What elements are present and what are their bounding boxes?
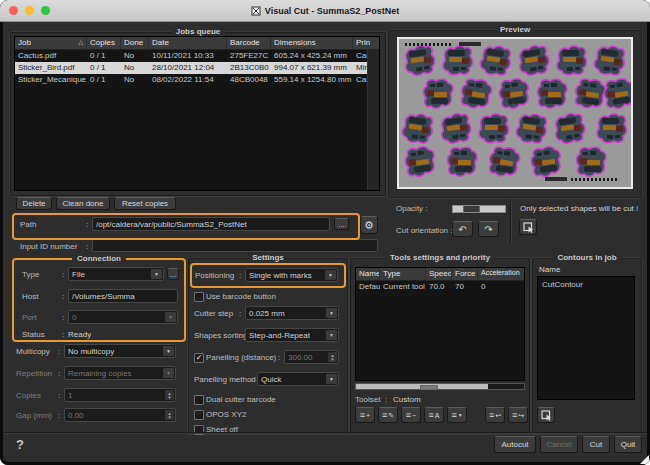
connection-type-browse-button[interactable]: ... [167, 268, 179, 280]
rotate-ccw-button[interactable]: ↶ [452, 221, 473, 237]
connection-port-label: Port [22, 313, 37, 322]
sticker-bird[interactable] [537, 79, 567, 108]
sort-order-button[interactable]: ≡▼ [447, 407, 467, 423]
jobs-col-copies[interactable]: Copies [87, 37, 121, 49]
sticker-bird[interactable] [515, 112, 548, 145]
colon: : [239, 331, 241, 340]
chevron-down-icon[interactable]: ▼ [326, 308, 337, 318]
registration-mark [437, 43, 439, 46]
remove-tool-button[interactable]: ≡− [401, 407, 421, 423]
sticker-bird[interactable] [574, 77, 607, 110]
repetition-dropdown: Remaining copies▼ [64, 366, 176, 380]
clean-done-button[interactable]: Clean done [56, 197, 110, 210]
list-item[interactable]: CutContour [538, 277, 634, 292]
preview-title: Preview [495, 25, 535, 34]
rotate-cw-button[interactable]: ↷ [478, 221, 499, 237]
sticker-bird[interactable] [404, 145, 437, 178]
edit-tool-button[interactable]: ≡✎ [378, 407, 398, 423]
list-icon: ≡ [489, 411, 494, 420]
jobs-col-barcode[interactable]: Barcode [227, 37, 271, 49]
use-barcode-label: Use barcode button [206, 292, 276, 301]
hscrollbar-handle[interactable] [420, 385, 438, 390]
add-tool-button[interactable]: ≡+ [355, 407, 375, 423]
tools-table: Name Type Speed Force Acceleration Defau… [355, 267, 525, 381]
chevron-down-icon[interactable]: ▼ [326, 374, 337, 384]
cutter-step-dropdown[interactable]: 0.025 mm▼ [245, 306, 339, 320]
sticker-bird[interactable] [488, 145, 521, 178]
tools-col-speed[interactable]: Speed [426, 268, 452, 280]
panelling-checkbox[interactable]: ✓ [194, 353, 204, 363]
chevron-down-icon[interactable]: ▼ [326, 330, 337, 340]
multicopy-dropdown[interactable]: No multicopy▼ [64, 344, 176, 358]
sticker-bird[interactable] [557, 46, 587, 75]
sticker-bird[interactable] [460, 77, 493, 110]
tools-table-hscrollbar[interactable] [355, 383, 525, 390]
gap-value: 0.00 [68, 411, 84, 420]
tool-row[interactable]: Default Current tool 70.0 70 0 [356, 281, 524, 292]
connection-host-input[interactable] [68, 289, 178, 303]
resize-grip[interactable] [640, 455, 649, 464]
sticker-bird[interactable] [593, 44, 626, 77]
sticker-bird[interactable] [443, 46, 473, 75]
cut-button[interactable]: Cut [582, 436, 610, 453]
export-toolset-button[interactable]: ≡↪ [508, 407, 528, 423]
table-row[interactable]: Cactus.pdf 0 / 1 No 10/11/2021 10:33 275… [15, 50, 379, 62]
tools-col-name[interactable]: Name [356, 268, 380, 280]
toolset-value: Custom [393, 395, 421, 404]
opacity-slider[interactable] [452, 205, 506, 213]
registration-mark [607, 178, 609, 181]
input-id-field[interactable] [92, 239, 378, 252]
tools-col-force[interactable]: Force [452, 268, 478, 280]
sticker-bird[interactable] [479, 114, 509, 143]
preview-canvas[interactable] [399, 39, 631, 187]
sort-alpha-button[interactable]: ≡A [424, 407, 444, 423]
jobs-col-date[interactable]: Date [149, 37, 227, 49]
tools-col-acceleration[interactable]: Acceleration [478, 268, 524, 280]
reset-copies-button[interactable]: Reset copies [114, 197, 176, 210]
visual-cut-window: Visual Cut - SummaS2_PostNet Jobs queue … [0, 0, 650, 465]
quit-button[interactable]: Quit [614, 436, 642, 453]
opos-checkbox[interactable] [194, 410, 204, 420]
table-row[interactable]: Sticker_Mecanique.pdf 0 / 1 No 08/02/202… [15, 74, 379, 86]
sticker-bird[interactable] [447, 147, 477, 176]
sticker-bird[interactable] [597, 114, 627, 143]
opacity-slider-handle[interactable] [463, 206, 480, 212]
chevron-down-icon[interactable]: ▼ [151, 269, 162, 279]
connection-type-dropdown[interactable]: File▼ [68, 267, 164, 281]
sticker-bird[interactable] [553, 112, 586, 145]
sticker-bird[interactable] [423, 79, 453, 108]
panelling-method-dropdown[interactable]: Quick▼ [257, 372, 339, 386]
jobs-col-done[interactable]: Done [121, 37, 149, 49]
help-button[interactable]: ? [16, 437, 24, 452]
list-icon: ≡ [429, 411, 434, 420]
use-barcode-checkbox[interactable] [194, 292, 204, 302]
registration-mark [591, 178, 593, 181]
cell-dimensions: 559.14 x 1254.80 mm [271, 74, 353, 86]
select-contour-button[interactable] [537, 407, 555, 423]
sticker-bird[interactable] [401, 112, 434, 145]
path-settings-button[interactable]: ⚙ [360, 216, 378, 234]
sticker-bird[interactable] [603, 77, 631, 110]
shapes-sorting-dropdown[interactable]: Step-and-Repeat▼ [245, 328, 339, 342]
sticker-bird[interactable] [479, 44, 512, 77]
jobs-col-job[interactable]: Job△ [15, 37, 87, 49]
registration-mark [433, 43, 435, 46]
sticker-bird[interactable] [517, 44, 550, 77]
import-toolset-button[interactable]: ≡↩ [485, 407, 505, 423]
jobs-table-scrollbar[interactable] [367, 49, 379, 190]
sticker-bird[interactable] [530, 145, 563, 178]
tools-col-type[interactable]: Type [380, 268, 426, 280]
sticker-bird[interactable] [498, 77, 531, 110]
contours-column-header[interactable]: Name [539, 265, 560, 274]
sticker-bird[interactable] [576, 147, 606, 176]
sticker-bird[interactable] [403, 44, 436, 77]
delete-button[interactable]: Delete [16, 197, 52, 210]
autocut-button[interactable]: Autocut [494, 436, 536, 453]
chevron-down-icon[interactable]: ▼ [163, 346, 174, 356]
jobs-col-printer[interactable]: Prin [353, 37, 370, 49]
select-shapes-button[interactable] [519, 219, 537, 235]
dual-cutter-checkbox[interactable] [194, 395, 204, 405]
jobs-col-dimensions[interactable]: Dimensions [271, 37, 353, 49]
sticker-bird[interactable] [439, 112, 472, 145]
table-row-selected[interactable]: Sticker_Bird.pdf 0 / 1 No 28/10/2021 12:… [15, 62, 379, 74]
